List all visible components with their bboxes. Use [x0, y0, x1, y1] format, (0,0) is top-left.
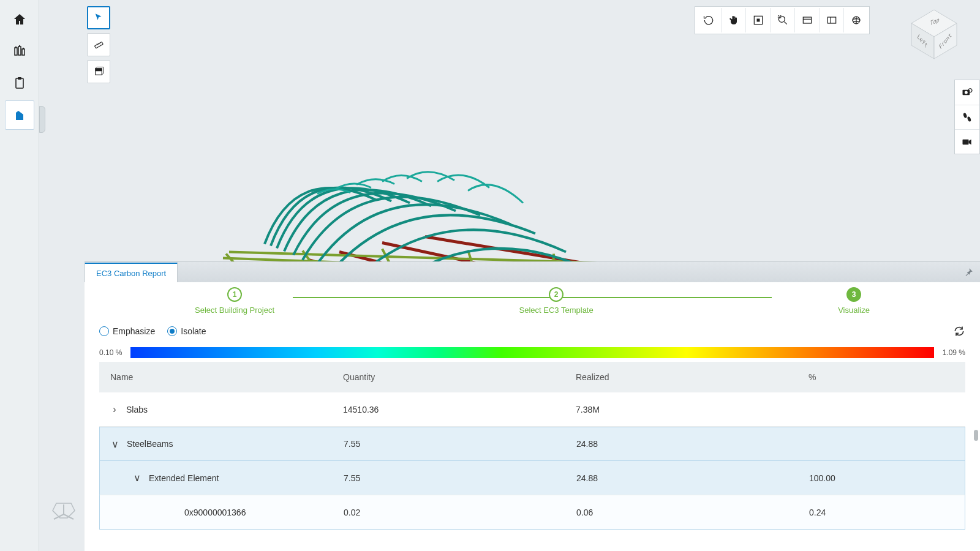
svg-rect-4 — [18, 77, 21, 80]
wizard-steps: 1 Select Building Project 2 Select EC3 T… — [85, 282, 980, 319]
display-mode-row: Emphasize Isolate — [85, 319, 980, 343]
mini-toolbar — [87, 6, 110, 83]
svg-rect-21 — [96, 69, 102, 72]
svg-rect-27 — [803, 17, 811, 23]
tool-view-iso[interactable] — [819, 8, 843, 32]
table-row[interactable]: ∨ SteelBeams 7.55 24.88 — [99, 427, 965, 461]
nav-gauge[interactable] — [5, 37, 34, 66]
scale-min: 0.10 % — [99, 348, 122, 357]
scrollbar-thumb[interactable] — [974, 430, 978, 441]
step-1[interactable]: 1 Select Building Project — [195, 287, 274, 315]
svg-point-38 — [965, 91, 968, 94]
radio-isolate[interactable]: Isolate — [167, 326, 206, 336]
tool-walk[interactable] — [955, 105, 979, 129]
nav-building[interactable] — [5, 100, 34, 130]
svg-rect-16 — [94, 42, 103, 48]
table-row[interactable]: › Slabs 14510.36 7.38M — [99, 392, 965, 427]
svg-rect-29 — [827, 17, 835, 23]
color-scale-row: 0.10 % 1.09 % — [85, 343, 980, 362]
table-header: Name Quantity Realized % — [99, 362, 965, 392]
svg-rect-3 — [16, 78, 23, 88]
tool-zoom-limits[interactable] — [843, 8, 868, 32]
nav-home[interactable] — [5, 5, 34, 34]
step-3[interactable]: 3 Visualize — [838, 287, 870, 315]
bottom-panel: EC3 Carbon Report 1 Select Building Proj… — [85, 261, 980, 551]
svg-rect-42 — [963, 139, 969, 144]
svg-point-40 — [963, 112, 968, 118]
table-row[interactable]: ∨ Extended Element 7.55 24.88 100.00 — [99, 461, 965, 495]
tool-view-front[interactable] — [794, 8, 819, 32]
tab-ec3-report[interactable]: EC3 Carbon Report — [85, 263, 178, 282]
tool-measure[interactable] — [87, 33, 110, 56]
col-pct: % — [809, 372, 954, 382]
step-2[interactable]: 2 Select EC3 Template — [519, 287, 594, 315]
results-table: Name Quantity Realized % › Slabs 14510.3… — [85, 362, 980, 551]
col-quantity: Quantity — [343, 372, 576, 382]
sidebar-resize-handle[interactable] — [39, 106, 45, 133]
tool-camera-settings[interactable] — [955, 80, 979, 105]
svg-point-24 — [778, 16, 785, 22]
tool-orbit[interactable] — [696, 8, 721, 32]
color-gradient-bar — [130, 347, 933, 358]
tool-fit[interactable] — [745, 8, 770, 32]
table-row[interactable]: 0x90000001366 0.02 0.06 0.24 — [99, 495, 965, 530]
tab-bar: EC3 Carbon Report — [85, 261, 980, 282]
col-realized: Realized — [576, 372, 809, 382]
right-toolbar — [954, 80, 980, 154]
svg-point-0 — [15, 47, 16, 48]
scale-max: 1.09 % — [943, 348, 965, 357]
left-nav-rail — [0, 0, 39, 551]
viewport-3d[interactable]: Top Left Front EC3 Carbon Report 1 Sel — [39, 0, 980, 551]
chevron-right-icon[interactable]: › — [110, 405, 119, 414]
tool-zoom-area[interactable] — [770, 8, 794, 32]
tool-pan[interactable] — [721, 8, 745, 32]
col-name: Name — [110, 372, 343, 382]
tool-video[interactable] — [955, 129, 979, 154]
chevron-down-icon[interactable]: ∨ — [111, 440, 119, 448]
radio-emphasize[interactable]: Emphasize — [99, 326, 155, 336]
svg-point-41 — [967, 116, 972, 122]
refresh-icon[interactable] — [953, 325, 965, 337]
view-cube[interactable]: Top Left Front — [907, 6, 962, 61]
view-toolbar — [695, 6, 870, 34]
svg-rect-23 — [756, 19, 760, 22]
pin-icon[interactable] — [963, 267, 974, 278]
nav-clipboard[interactable] — [5, 69, 34, 98]
svg-point-1 — [18, 45, 20, 47]
svg-point-2 — [22, 48, 23, 49]
wcs-triad-icon — [51, 502, 76, 527]
chevron-down-icon[interactable]: ∨ — [133, 474, 141, 482]
tool-section[interactable] — [87, 60, 110, 83]
tool-select[interactable] — [87, 6, 110, 29]
svg-line-25 — [784, 22, 786, 24]
